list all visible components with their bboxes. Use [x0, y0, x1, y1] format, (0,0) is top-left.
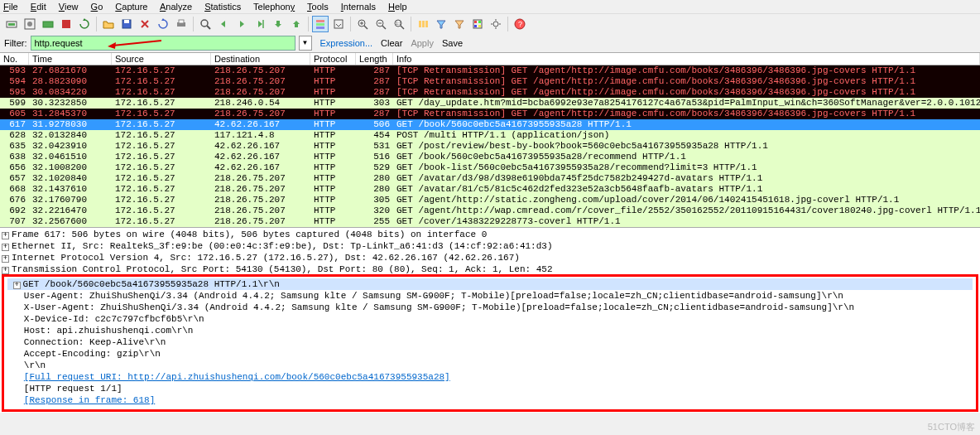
go-forward-icon[interactable]: [233, 16, 250, 32]
menu-telephony[interactable]: Telephony: [253, 2, 295, 12]
packet-row[interactable]: 59428.8823090172.16.5.27218.26.75.207HTT…: [0, 76, 980, 87]
menu-bar: File Edit View Go Capture Analyze Statis…: [0, 0, 980, 14]
resize-columns-icon[interactable]: [415, 16, 431, 32]
col-header-length[interactable]: Length: [356, 53, 393, 65]
http-user-agent[interactable]: User-Agent: ZhuiShuShenQi/3.34 (Android …: [24, 291, 843, 301]
svg-rect-27: [419, 21, 421, 27]
go-last-icon[interactable]: [288, 16, 305, 32]
interfaces-icon[interactable]: [3, 16, 20, 32]
svg-text:1:1: 1:1: [396, 21, 401, 26]
col-header-info[interactable]: Info: [393, 53, 980, 65]
col-header-source[interactable]: Source: [112, 53, 211, 65]
stop-capture-icon[interactable]: [58, 16, 74, 32]
auto-scroll-icon[interactable]: [330, 16, 347, 32]
http-response-frame-link[interactable]: [Response in frame: 618]: [24, 395, 155, 405]
svg-rect-14: [316, 23, 324, 26]
http-full-uri-link[interactable]: [Full request URI: http://api.zhuishushe…: [24, 372, 450, 382]
zoom-in-icon[interactable]: [354, 16, 371, 32]
menu-edit[interactable]: Edit: [31, 2, 46, 12]
restart-capture-icon[interactable]: [76, 16, 93, 32]
packet-list[interactable]: 59327.6821670172.16.5.27218.26.75.207HTT…: [0, 65, 980, 227]
go-back-icon[interactable]: [215, 16, 232, 32]
capture-filters-icon[interactable]: [433, 16, 449, 32]
display-filters-icon[interactable]: [451, 16, 468, 32]
find-icon[interactable]: [197, 16, 214, 32]
start-capture-icon[interactable]: [40, 16, 56, 32]
expand-icon[interactable]: +: [13, 282, 21, 289]
http-x-device-id[interactable]: X-Device-Id: c2c7c797cfbcf6b5\r\n: [24, 314, 204, 324]
svg-rect-32: [478, 21, 481, 23]
menu-go[interactable]: Go: [91, 2, 103, 12]
packet-row[interactable]: 69232.2216470172.16.5.27218.26.75.207HTT…: [0, 205, 980, 216]
go-first-icon[interactable]: [270, 16, 286, 32]
packet-row[interactable]: 70732.2567600172.16.5.27218.26.75.207HTT…: [0, 216, 980, 227]
open-file-icon[interactable]: [100, 16, 117, 32]
tree-eth[interactable]: Ethernet II, Src: RealtekS_3f:e9:be (00:…: [12, 241, 553, 251]
packet-row[interactable]: 59930.3232850172.16.5.27218.246.0.54HTTP…: [0, 98, 980, 109]
http-request-number[interactable]: [HTTP request 1/1]: [24, 384, 122, 394]
packet-details-pane[interactable]: +Frame 617: 506 bytes on wire (4048 bits…: [0, 227, 980, 413]
packet-row[interactable]: 59327.6821670172.16.5.27218.26.75.207HTT…: [0, 65, 980, 76]
packet-row[interactable]: 66832.1437610172.16.5.27218.26.75.207HTT…: [0, 184, 980, 195]
reload-icon[interactable]: [155, 16, 171, 32]
preferences-icon[interactable]: [488, 16, 504, 32]
menu-help[interactable]: Help: [388, 2, 407, 12]
svg-rect-34: [478, 25, 481, 27]
http-connection[interactable]: Connection: Keep-Alive\r\n: [24, 337, 166, 347]
packet-row[interactable]: 60531.2845370172.16.5.27218.26.75.207HTT…: [0, 109, 980, 119]
zoom-100-icon[interactable]: 1:1: [391, 16, 407, 32]
http-accept-encoding[interactable]: Accept-Encoding: gzip\r\n: [24, 349, 161, 359]
col-header-no[interactable]: No.: [0, 53, 29, 65]
menu-statistics[interactable]: Statistics: [204, 2, 241, 12]
coloring-rules-icon[interactable]: [469, 16, 486, 32]
tree-ip[interactable]: Internet Protocol Version 4, Src: 172.16…: [12, 253, 520, 263]
filter-expression-button[interactable]: Expression...: [320, 38, 373, 48]
http-request-line[interactable]: GET /book/560c0ebc5a41673955935a28 HTTP/…: [23, 279, 280, 289]
tree-frame[interactable]: Frame 617: 506 bytes on wire (4048 bits)…: [12, 230, 487, 239]
packet-row[interactable]: 65732.1020840172.16.5.27218.26.75.207HTT…: [0, 173, 980, 184]
menu-analyze[interactable]: Analyze: [160, 2, 192, 12]
packet-row[interactable]: 62832.0132840172.16.5.27117.121.4.8HTTP4…: [0, 130, 980, 141]
packet-row[interactable]: 63832.0461510172.16.5.2742.62.26.167HTTP…: [0, 152, 980, 162]
svg-rect-28: [422, 21, 425, 27]
expand-icon[interactable]: +: [2, 267, 9, 274]
http-host[interactable]: Host: api.zhuishushenqi.com\r\n: [24, 326, 194, 336]
menu-tools[interactable]: Tools: [307, 2, 329, 12]
zoom-out-icon[interactable]: [372, 16, 389, 32]
svg-rect-5: [62, 20, 70, 28]
filter-dropdown-icon[interactable]: ▼: [299, 36, 312, 51]
help-icon[interactable]: ?: [512, 16, 528, 32]
menu-file[interactable]: File: [3, 2, 18, 12]
options-icon[interactable]: [22, 16, 38, 32]
svg-rect-13: [316, 20, 324, 22]
print-icon[interactable]: [173, 16, 190, 32]
packet-row[interactable]: 63532.0423910172.16.5.2742.62.26.167HTTP…: [0, 141, 980, 152]
go-to-packet-icon[interactable]: [252, 16, 268, 32]
menu-view[interactable]: View: [59, 2, 79, 12]
col-header-destination[interactable]: Destination: [211, 53, 310, 65]
filter-clear-button[interactable]: Clear: [381, 38, 402, 48]
menu-capture[interactable]: Capture: [115, 2, 147, 12]
expand-icon[interactable]: +: [2, 232, 9, 239]
save-file-icon[interactable]: [118, 16, 135, 32]
filter-apply-button[interactable]: Apply: [411, 38, 434, 48]
expand-icon[interactable]: +: [2, 244, 9, 251]
packet-row[interactable]: 59530.0834220172.16.5.27218.26.75.207HTT…: [0, 87, 980, 98]
filter-save-button[interactable]: Save: [442, 38, 463, 48]
expand-icon[interactable]: +: [2, 255, 9, 263]
http-crlf[interactable]: \r\n: [24, 360, 46, 370]
filter-input[interactable]: [31, 36, 295, 51]
packet-row[interactable]: 61731.9278030172.16.5.2742.62.26.167HTTP…: [0, 119, 980, 130]
menu-internals[interactable]: Internals: [341, 2, 376, 12]
col-header-protocol[interactable]: Protocol: [310, 53, 356, 65]
col-header-time[interactable]: Time: [29, 53, 112, 65]
close-file-icon[interactable]: [137, 16, 153, 32]
svg-point-35: [493, 22, 498, 27]
svg-rect-9: [179, 20, 184, 23]
http-x-user-agent[interactable]: X-User-Agent: ZhuiShuShenQi/3.34 (Androi…: [24, 302, 854, 312]
packet-row[interactable]: 65632.1008200172.16.5.2742.62.26.167HTTP…: [0, 162, 980, 173]
filter-label: Filter:: [4, 38, 27, 48]
colorize-icon[interactable]: [312, 16, 329, 32]
packet-row[interactable]: 67632.1760790172.16.5.27218.26.75.207HTT…: [0, 195, 980, 205]
tree-tcp[interactable]: Transmission Control Protocol, Src Port:…: [12, 264, 553, 274]
